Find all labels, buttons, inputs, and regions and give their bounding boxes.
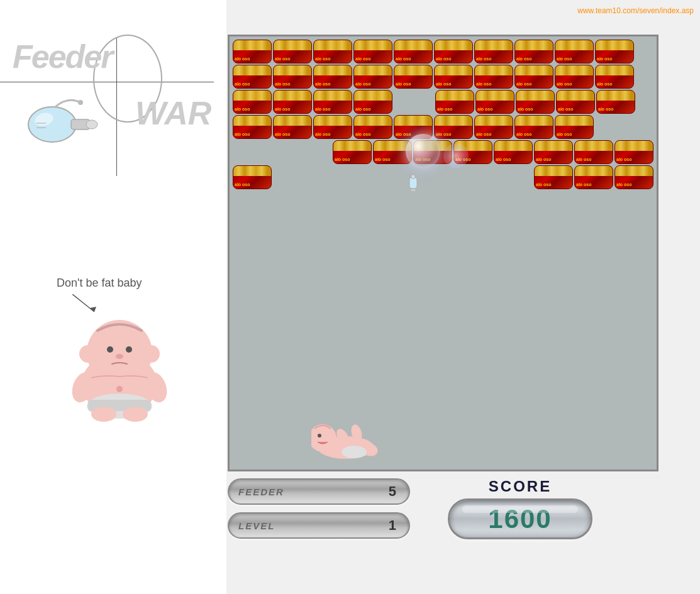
feeder-projectile: [407, 173, 419, 191]
brick: [353, 115, 392, 139]
brick: [353, 40, 392, 63]
brick: [353, 65, 392, 89]
empty-brick-slot: [273, 165, 533, 189]
svg-point-6: [78, 100, 83, 105]
svg-point-15: [116, 354, 123, 359]
brick: [534, 140, 573, 164]
brick: [233, 40, 272, 63]
feeder-label: FEEDER: [238, 487, 284, 497]
brick: [233, 115, 272, 139]
empty-brick-slot: [394, 90, 434, 114]
brick: [574, 140, 613, 164]
brick: [534, 165, 573, 189]
brick: [313, 65, 352, 89]
brick: [273, 115, 312, 139]
left-panel: Feeder WAR Don't be fat baby: [0, 0, 226, 594]
stats-panel: FEEDER 5 LEVEL 1: [228, 478, 410, 539]
feeder-stat-bar: FEEDER 5: [228, 478, 410, 505]
brick: [313, 90, 352, 114]
brick-row-5: [233, 140, 653, 164]
brick: [574, 165, 613, 189]
bricks-container: [233, 40, 653, 190]
war-title: WAR: [135, 94, 211, 132]
brick: [475, 90, 514, 114]
svg-point-32: [342, 446, 367, 458]
fat-baby-label: Don't be fat baby: [57, 277, 214, 290]
brick: [614, 165, 653, 189]
brick: [555, 40, 594, 63]
svg-point-13: [107, 346, 113, 353]
brick: [434, 65, 473, 89]
brick-row-2: [233, 65, 653, 89]
brick: [614, 140, 653, 164]
svg-rect-23: [409, 177, 417, 189]
brick: [394, 40, 433, 63]
score-section: SCORE 1600: [448, 478, 592, 539]
baby-bottle-illustration: [18, 93, 99, 150]
svg-point-0: [28, 107, 76, 142]
svg-point-25: [411, 189, 416, 191]
brick: [516, 90, 555, 114]
brick: [273, 90, 312, 114]
svg-point-12: [142, 345, 160, 363]
brick: [333, 140, 372, 164]
score-display: 1600: [448, 498, 592, 539]
brick: [353, 90, 392, 114]
svg-point-11: [79, 345, 97, 363]
game-area[interactable]: [228, 35, 658, 471]
svg-point-16: [116, 386, 123, 392]
svg-point-22: [123, 407, 148, 422]
brick: [494, 140, 533, 164]
svg-rect-24: [411, 175, 415, 179]
svg-point-3: [86, 120, 97, 129]
game-ball: [406, 134, 440, 168]
brick: [514, 65, 553, 89]
brick-row-4: [233, 115, 653, 139]
feeder-title: Feeder: [13, 38, 113, 75]
fat-baby-character: [57, 296, 214, 424]
brick: [514, 40, 553, 63]
level-stat-bar: LEVEL 1: [228, 512, 410, 539]
brick-row-6: [233, 165, 653, 189]
brick: [596, 90, 635, 114]
score-label: SCORE: [489, 478, 552, 495]
brick: [474, 115, 513, 139]
brick: [313, 40, 352, 63]
brick: [435, 90, 474, 114]
brick: [233, 65, 272, 89]
brick-row-1: [233, 40, 653, 63]
svg-point-21: [91, 407, 116, 422]
brick: [474, 40, 513, 63]
brick: [556, 90, 595, 114]
brick: [233, 165, 272, 189]
brick: [434, 40, 473, 63]
brick: [514, 115, 553, 139]
ball-glow: [443, 143, 469, 168]
bottom-ui: FEEDER 5 LEVEL 1 SCORE 1600: [228, 478, 658, 539]
url-text: www.team10.com/seven/index.asp: [577, 6, 694, 15]
game-paddle: [311, 419, 381, 460]
brick: [233, 90, 272, 114]
brick: [434, 115, 473, 139]
brick: [595, 65, 634, 89]
brick: [273, 65, 312, 89]
level-label: LEVEL: [238, 520, 275, 531]
brick: [555, 115, 594, 139]
brick: [394, 65, 433, 89]
level-value: 1: [389, 517, 396, 534]
svg-point-28: [318, 434, 321, 437]
svg-point-14: [126, 346, 132, 353]
brick-row-3: [233, 90, 653, 114]
brick: [555, 65, 594, 89]
brick: [474, 65, 513, 89]
feeder-value: 5: [389, 483, 396, 500]
brick: [595, 40, 634, 63]
brick: [313, 115, 352, 139]
score-value: 1600: [488, 504, 552, 534]
fat-baby-section: Don't be fat baby: [38, 277, 214, 424]
brick: [273, 40, 312, 63]
